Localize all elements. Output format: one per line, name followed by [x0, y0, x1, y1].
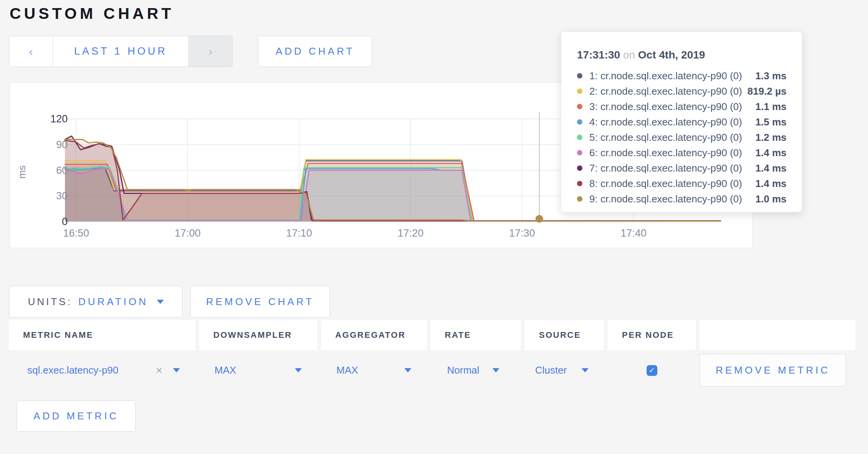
time-range-selector: ‹ LAST 1 HOUR ›: [9, 36, 233, 67]
tooltip-series-row: 1: cr.node.sql.exec.latency-p90 (0) 1.3 …: [577, 68, 787, 83]
series-color-dot-icon: [577, 104, 582, 109]
column-header: DOWNSAMPLER: [199, 320, 317, 350]
chart-settings-row: UNITS: DURATION REMOVE CHART: [9, 286, 868, 317]
column-header: METRIC NAME: [9, 320, 195, 350]
remove-chart-button[interactable]: REMOVE CHART: [190, 286, 330, 317]
series-value: 1.4 ms: [755, 147, 787, 159]
column-header-empty: [700, 320, 855, 350]
units-value: DURATION: [78, 296, 148, 308]
remove-metric-button[interactable]: REMOVE METRIC: [700, 354, 846, 387]
column-header: PER NODE: [608, 320, 696, 350]
chevron-down-icon[interactable]: [492, 368, 499, 372]
column-header: AGGREGATOR: [321, 320, 427, 350]
series-value: 1.4 ms: [755, 162, 787, 174]
series-color-dot-icon: [577, 165, 582, 171]
tooltip-series-row: 7: cr.node.sql.exec.latency-p90 (0) 1.4 …: [577, 160, 787, 176]
series-label: 3: cr.node.sql.exec.latency-p90 (0): [589, 101, 742, 113]
units-dropdown[interactable]: UNITS: DURATION: [9, 286, 183, 317]
tooltip-timestamp: 17:31:30 on Oct 4th, 2019: [577, 49, 787, 61]
rate-value[interactable]: Normal: [447, 364, 479, 376]
chevron-down-icon[interactable]: [295, 368, 302, 372]
check-icon: ✓: [649, 366, 655, 375]
series-color-dot-icon: [577, 135, 582, 140]
tooltip-series-row: 9: cr.node.sql.exec.latency-p90 (0) 1.0 …: [577, 191, 787, 207]
svg-text:17:40: 17:40: [620, 227, 647, 239]
svg-text:17:00: 17:00: [175, 227, 201, 239]
tooltip-series-row: 6: cr.node.sql.exec.latency-p90 (0) 1.4 …: [577, 145, 787, 160]
aggregator-cell: MAX: [321, 364, 427, 376]
metric-name-cell: sql.exec.latency-p90 ×: [9, 364, 195, 377]
clear-metric-icon[interactable]: ×: [156, 364, 162, 377]
series-color-dot-icon: [577, 196, 582, 202]
source-value[interactable]: Cluster: [535, 364, 567, 376]
series-label: 5: cr.node.sql.exec.latency-p90 (0): [589, 132, 742, 144]
tooltip-series-row: 5: cr.node.sql.exec.latency-p90 (0) 1.2 …: [577, 130, 787, 145]
series-label: 1: cr.node.sql.exec.latency-p90 (0): [589, 70, 742, 82]
series-value: 1.1 ms: [755, 101, 787, 113]
svg-text:30: 30: [56, 190, 68, 202]
rate-cell: Normal: [431, 364, 521, 376]
series-value: 1.3 ms: [755, 70, 787, 82]
downsampler-cell: MAX: [199, 364, 317, 376]
column-header: RATE: [431, 320, 521, 350]
per-node-cell: ✓: [608, 365, 696, 376]
units-label: UNITS:: [28, 296, 72, 308]
series-label: 4: cr.node.sql.exec.latency-p90 (0): [589, 116, 742, 128]
add-chart-button[interactable]: ADD CHART: [258, 36, 372, 67]
series-label: 7: cr.node.sql.exec.latency-p90 (0): [589, 162, 742, 174]
metric-row: sql.exec.latency-p90 × MAX MAX Normal Cl…: [9, 352, 868, 389]
chevron-down-icon: [157, 300, 164, 304]
tooltip-series-row: 4: cr.node.sql.exec.latency-p90 (0) 1.5 …: [577, 114, 787, 130]
svg-text:90: 90: [56, 139, 68, 150]
chevron-down-icon[interactable]: [404, 368, 411, 372]
add-metric-button[interactable]: ADD METRIC: [17, 401, 136, 432]
svg-text:17:20: 17:20: [397, 227, 424, 239]
series-value: 1.4 ms: [755, 178, 787, 190]
series-value: 1.0 ms: [755, 193, 787, 205]
svg-text:17:30: 17:30: [509, 227, 535, 239]
svg-text:60: 60: [56, 165, 68, 176]
series-color-dot-icon: [577, 88, 582, 94]
chevron-down-icon[interactable]: [582, 368, 589, 372]
time-range-prev-button[interactable]: ‹: [9, 36, 53, 67]
series-color-dot-icon: [577, 73, 582, 78]
tooltip-series-row: 2: cr.node.sql.exec.latency-p90 (0) 819.…: [577, 83, 787, 99]
chart-hover-tooltip: 17:31:30 on Oct 4th, 2019 1: cr.node.sql…: [561, 32, 802, 212]
series-value: 819.2 µs: [747, 85, 787, 97]
tooltip-series-row: 3: cr.node.sql.exec.latency-p90 (0) 1.1 …: [577, 99, 787, 114]
series-label: 2: cr.node.sql.exec.latency-p90 (0): [589, 85, 742, 97]
tooltip-date: Oct 4th, 2019: [638, 49, 705, 61]
chevron-right-icon: ›: [209, 45, 213, 58]
svg-text:0: 0: [62, 216, 68, 227]
series-color-dot-icon: [577, 119, 582, 125]
tooltip-series-row: 8: cr.node.sql.exec.latency-p90 (0) 1.4 …: [577, 176, 787, 191]
svg-text:120: 120: [50, 113, 68, 125]
svg-text:ms: ms: [16, 165, 28, 179]
tooltip-rows: 1: cr.node.sql.exec.latency-p90 (0) 1.3 …: [577, 68, 787, 207]
metrics-table-header: METRIC NAMEDOWNSAMPLERAGGREGATORRATESOUR…: [9, 320, 868, 350]
series-color-dot-icon: [577, 150, 582, 155]
time-range-next-button[interactable]: ›: [188, 36, 232, 67]
svg-text:16:50: 16:50: [63, 227, 89, 239]
series-label: 8: cr.node.sql.exec.latency-p90 (0): [589, 178, 742, 190]
series-label: 9: cr.node.sql.exec.latency-p90 (0): [589, 193, 742, 205]
remove-metric-cell: REMOVE METRIC: [700, 354, 855, 387]
page-title: CUSTOM CHART: [10, 5, 868, 23]
downsampler-value[interactable]: MAX: [215, 364, 236, 376]
metric-name-value[interactable]: sql.exec.latency-p90: [27, 364, 118, 376]
series-label: 6: cr.node.sql.exec.latency-p90 (0): [589, 147, 742, 159]
series-value: 1.2 ms: [755, 132, 787, 144]
time-range-label[interactable]: LAST 1 HOUR: [53, 36, 188, 67]
series-value: 1.5 ms: [755, 116, 787, 128]
chevron-down-icon[interactable]: [173, 368, 180, 372]
tooltip-time: 17:31:30: [577, 49, 620, 61]
series-color-dot-icon: [577, 181, 582, 186]
aggregator-value[interactable]: MAX: [336, 364, 358, 376]
svg-text:17:10: 17:10: [286, 227, 312, 239]
chevron-left-icon: ‹: [29, 45, 33, 58]
per-node-checkbox[interactable]: ✓: [647, 365, 657, 376]
tooltip-on-word: on: [623, 49, 635, 61]
column-header: SOURCE: [525, 320, 604, 350]
source-cell: Cluster: [525, 364, 604, 376]
